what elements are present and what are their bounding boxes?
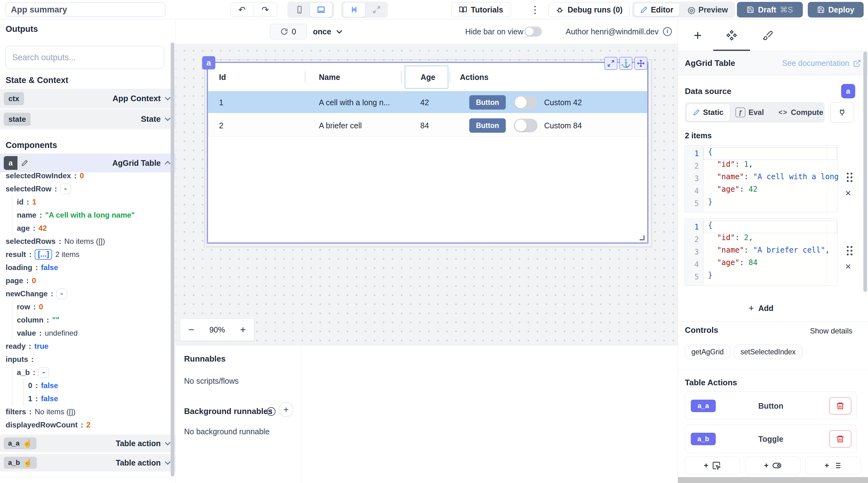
component-move-button[interactable] — [634, 57, 647, 70]
show-details-link[interactable]: Show details — [810, 326, 852, 335]
connect-button[interactable] — [830, 102, 854, 123]
mobile-view-button[interactable] — [290, 3, 309, 17]
aggrid-table-component[interactable]: Id Name Age Actions 1 A cell with a long… — [208, 62, 648, 243]
info-icon[interactable]: i — [663, 27, 672, 36]
fullscreen-button[interactable] — [367, 3, 386, 17]
tutorials-button[interactable]: Tutorials — [451, 2, 511, 17]
table-action-row-a_a[interactable]: a_a☝ Table action — [0, 435, 175, 452]
add-background-runnable-button[interactable]: + — [279, 402, 293, 417]
prop-selectedRows[interactable]: selectedRows:No items ([]) — [0, 235, 170, 248]
prop-column[interactable]: column:"" — [0, 313, 170, 326]
prop-1[interactable]: 1:false — [0, 392, 170, 405]
component-anchor-button[interactable]: ⚓ — [619, 57, 632, 70]
component-rename-button[interactable] — [18, 156, 32, 170]
row-action-button[interactable]: Button — [469, 118, 506, 133]
table-action-row-a_b[interactable]: a_b☝ Table action — [0, 454, 175, 472]
schedule-dropdown[interactable]: once — [313, 24, 347, 39]
redo-button[interactable]: ↷ — [254, 3, 277, 17]
row-toggle[interactable] — [514, 95, 537, 109]
column-separator[interactable] — [401, 71, 402, 83]
mode-compute-button[interactable]: <> Compute — [778, 102, 824, 123]
table-row[interactable]: 1 A cell with a long n... 42 Button Cust… — [208, 91, 647, 114]
deploy-button[interactable]: Deploy — [808, 2, 864, 18]
prop-selectedRow[interactable]: selectedRow:- — [0, 182, 170, 195]
panel-horizontal-scrollbar[interactable] — [678, 477, 868, 483]
zoom-out-button[interactable]: − — [188, 324, 194, 336]
info-icon[interactable]: i — [267, 407, 276, 416]
column-header-id[interactable]: Id — [219, 63, 226, 91]
column-header-actions[interactable]: Actions — [460, 63, 489, 91]
column-separator[interactable] — [305, 71, 306, 83]
table-action-card-a_b[interactable]: Toggle a_b — [685, 425, 857, 453]
app-summary-input[interactable] — [6, 2, 165, 17]
add-toggle-action[interactable]: + — [745, 456, 801, 475]
prop-value[interactable]: value:undefined — [0, 326, 170, 340]
delete-action-button[interactable] — [829, 430, 851, 448]
drag-handle-icon[interactable] — [846, 245, 853, 256]
mode-eval-button[interactable]: ƒ Eval — [735, 102, 764, 123]
mode-static-button[interactable]: Static — [686, 104, 730, 121]
prop-age[interactable]: age:42 — [0, 222, 170, 235]
panel-scrollbar[interactable] — [863, 52, 867, 292]
hide-bar-toggle[interactable] — [525, 27, 542, 36]
undo-button[interactable]: ↶ — [230, 3, 254, 17]
delete-action-button[interactable] — [829, 397, 851, 415]
center-align-button[interactable] — [343, 2, 365, 17]
prop-selectedRowIndex[interactable]: selectedRowIndex:0 — [0, 169, 170, 182]
column-header-name[interactable]: Name — [319, 63, 340, 91]
refresh-count-button[interactable]: 0 — [270, 24, 307, 39]
editor-tab[interactable]: Editor — [634, 3, 680, 16]
setselectedindex-button[interactable]: setSelectedIndex — [734, 345, 802, 359]
preview-tab[interactable]: ◎ Preview — [682, 2, 734, 18]
sidebar-scrollbar[interactable] — [170, 42, 175, 477]
table-action-card-a_a[interactable]: Button a_a — [685, 392, 857, 420]
column-separator[interactable] — [450, 71, 450, 83]
add-item-button[interactable]: + Add — [685, 301, 837, 315]
search-outputs-input[interactable] — [6, 46, 164, 69]
items-count: 2 items — [685, 131, 712, 140]
theme-tab[interactable] — [760, 27, 776, 43]
getaggrid-button[interactable]: getAgGrid — [685, 345, 731, 359]
insert-tab[interactable]: + — [690, 27, 706, 43]
state-row[interactable]: state State — [0, 109, 175, 129]
draft-button[interactable]: Draft ⌘S — [737, 2, 803, 18]
zoom-in-button[interactable]: + — [240, 324, 246, 336]
prop-ready[interactable]: ready:true — [0, 340, 170, 353]
row-action-button[interactable]: Button — [469, 95, 506, 110]
prop-newChange[interactable]: newChange:- — [0, 287, 170, 300]
row-toggle[interactable] — [514, 119, 537, 132]
table-row[interactable]: 2 A briefer cell 84 Button Custom 84 — [208, 114, 647, 137]
app-canvas[interactable]: a ⚓ Id Name Age Actions 1 A cell with — [176, 44, 678, 345]
prop-a_b[interactable]: a_b:- — [0, 366, 170, 379]
prop-filters[interactable]: filters:No items ([]) — [0, 405, 170, 418]
column-header-age[interactable]: Age — [421, 63, 435, 91]
prop-0[interactable]: 0:false — [0, 379, 170, 392]
add-select-action[interactable]: + — [805, 456, 861, 475]
json-editor-item-2[interactable]: 1 2 3 4 5 { "id": 2, "name": "A briefer … — [685, 219, 837, 286]
resize-handle[interactable] — [640, 235, 645, 240]
json-editor-item-1[interactable]: 1 2 3 4 5 { "id": 1, "name": "A cell wit… — [685, 145, 837, 212]
prop-inputs[interactable]: inputs: — [0, 353, 170, 366]
debug-runs-button[interactable]: Debug runs (0) — [549, 2, 630, 17]
prop-page[interactable]: page:0 — [0, 274, 170, 287]
see-documentation-link[interactable]: See documentation — [782, 59, 861, 68]
cell-name: A cell with a long n... — [319, 91, 390, 114]
drag-handle-icon[interactable] — [846, 172, 853, 182]
component-expand-button[interactable] — [604, 57, 617, 70]
prop-result[interactable]: result:[...]2 items — [0, 248, 170, 261]
prop-displayedRowCount[interactable]: displayedRowCount:2 — [0, 418, 170, 431]
settings-tab[interactable] — [724, 27, 740, 43]
action-id-badge: a_a — [691, 400, 716, 412]
add-button-action[interactable]: + — [685, 456, 740, 475]
remove-item-button[interactable]: × — [845, 261, 851, 271]
prop-loading[interactable]: loading:false — [0, 261, 170, 274]
components-icon — [726, 30, 737, 41]
prop-id[interactable]: id:1 — [0, 195, 170, 208]
panel-tabs: + — [678, 19, 868, 51]
more-menu-button[interactable]: ⋮ — [528, 2, 542, 17]
remove-item-button[interactable]: × — [845, 188, 851, 198]
prop-name[interactable]: name:"A cell with a long name" — [0, 208, 170, 222]
desktop-view-button[interactable] — [310, 2, 332, 17]
prop-row[interactable]: row:0 — [0, 300, 170, 313]
ctx-row[interactable]: ctx App Context — [0, 89, 175, 108]
